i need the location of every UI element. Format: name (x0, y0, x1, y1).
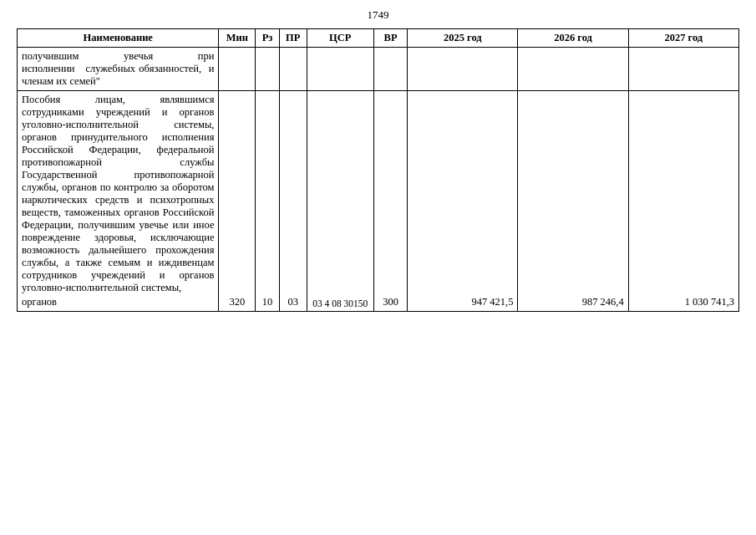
table-row: получившим увечья при исполнении служебн… (18, 48, 739, 91)
page-container: 1749 Наименование Мин Рз ПР ЦСР ВР 2025 … (0, 0, 756, 535)
header-pr: ПР (279, 29, 307, 48)
row2-2026: 987 246,4 (518, 91, 628, 312)
header-name: Наименование (18, 29, 219, 48)
row1-csr (307, 48, 373, 91)
main-table: Наименование Мин Рз ПР ЦСР ВР 2025 год 2… (17, 28, 739, 312)
row2-2027: 1 030 741,3 (628, 91, 738, 312)
header-row: Наименование Мин Рз ПР ЦСР ВР 2025 год 2… (18, 29, 739, 48)
header-2026: 2026 год (518, 29, 628, 48)
row2-pr: 03 (279, 91, 307, 312)
row2-description: Пособия лицам, являвшимся сотрудниками у… (18, 91, 219, 312)
header-2025: 2025 год (408, 29, 518, 48)
row1-min (219, 48, 256, 91)
header-vr: ВР (373, 29, 407, 48)
row1-2025 (408, 48, 518, 91)
row1-rz (256, 48, 280, 91)
row2-csr: 03 4 08 30150 (307, 91, 373, 312)
row1-description: получившим увечья при исполнении служебн… (18, 48, 219, 91)
row1-2026 (518, 48, 628, 91)
row2-desc-top: Пособия лицам, являвшимся сотрудниками у… (22, 94, 214, 294)
row2-min: 320 (219, 91, 256, 312)
table-row: Пособия лицам, являвшимся сотрудниками у… (18, 91, 739, 312)
header-min: Мин (219, 29, 256, 48)
row2-2025: 947 421,5 (408, 91, 518, 312)
row2-vr: 300 (373, 91, 407, 312)
row1-vr (373, 48, 407, 91)
page-number: 1749 (17, 8, 739, 22)
header-csr: ЦСР (307, 29, 373, 48)
row2-rz: 10 (256, 91, 280, 312)
row1-pr (279, 48, 307, 91)
row1-2027 (628, 48, 738, 91)
row2-desc-bottom: органов (22, 296, 57, 308)
header-2027: 2027 год (628, 29, 738, 48)
header-rz: Рз (256, 29, 280, 48)
